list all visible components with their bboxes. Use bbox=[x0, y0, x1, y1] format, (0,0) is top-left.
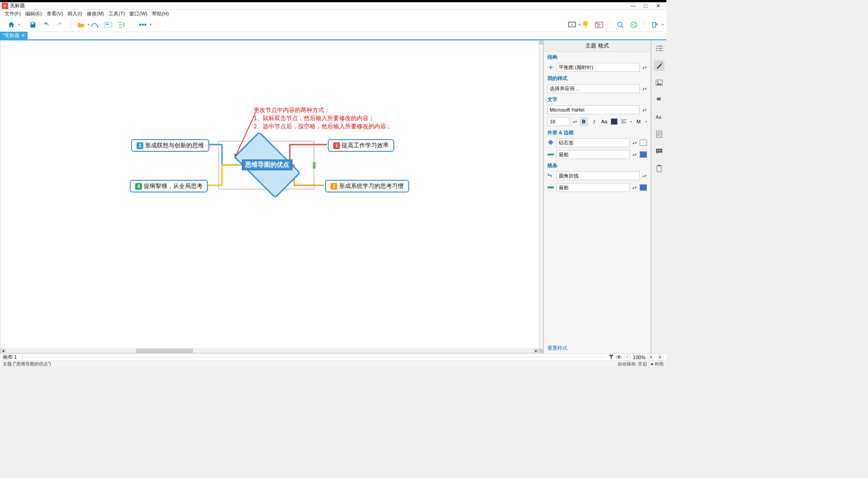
diamond-shape-icon bbox=[547, 139, 554, 147]
font-size-select[interactable]: 18 bbox=[547, 117, 570, 126]
home-button[interactable]: ▾ bbox=[6, 20, 16, 30]
menu-tools[interactable]: 工具(T) bbox=[107, 10, 127, 17]
topic-node-3[interactable]: 3 形成联想与创新的思维 bbox=[131, 139, 209, 152]
stepper-icon[interactable]: ▴▾ bbox=[632, 154, 637, 156]
task-tab[interactable] bbox=[654, 163, 665, 174]
notes-tab[interactable] bbox=[654, 129, 665, 140]
menu-modify[interactable]: 修改(M) bbox=[85, 10, 106, 17]
outline-tab[interactable] bbox=[654, 43, 665, 54]
zoom-in-button[interactable]: + bbox=[647, 354, 655, 361]
canvas-area[interactable]: 更改节点中内容的两种方式： 1、鼠标双击节点，然后输入所要修改的内容； 2、选中… bbox=[0, 40, 543, 353]
idea-button[interactable] bbox=[580, 20, 590, 30]
menu-file[interactable]: 文件(F) bbox=[3, 10, 23, 17]
topic-node-1[interactable]: 1 提高工作学习效率 bbox=[328, 139, 394, 152]
scroll-right-button[interactable]: ▸ bbox=[533, 348, 539, 353]
text-style-icon: Aa bbox=[656, 114, 663, 120]
topic-node-2[interactable]: 2 形成系统学习的思考习惯 bbox=[325, 180, 409, 192]
window-close-button[interactable]: ✕ bbox=[652, 3, 665, 9]
svg-text:Aa: Aa bbox=[656, 115, 661, 120]
font-family-select[interactable]: Microsoft YaHei bbox=[547, 105, 640, 114]
center-topic-label[interactable]: 思维导图的优点 bbox=[242, 159, 292, 170]
gantt-button[interactable] bbox=[594, 20, 604, 30]
font-color-swatch[interactable] bbox=[611, 118, 618, 125]
mystyle-select[interactable]: 选择并应用 ... bbox=[547, 84, 640, 93]
manual-button[interactable]: M bbox=[635, 117, 642, 126]
presentation-button[interactable]: ▾ bbox=[567, 20, 577, 30]
italic-button[interactable]: I bbox=[590, 117, 598, 126]
relationship-button[interactable] bbox=[90, 20, 99, 30]
border-color-swatch[interactable] bbox=[640, 151, 647, 158]
bold-button[interactable]: B bbox=[580, 117, 588, 126]
scroll-down-button[interactable] bbox=[539, 349, 543, 353]
align-icon bbox=[621, 119, 627, 124]
window-minimize-button[interactable]: — bbox=[627, 3, 639, 9]
text-style-tab[interactable]: Aa bbox=[654, 112, 665, 122]
dropdown-arrow-icon[interactable]: ▾ bbox=[645, 120, 647, 124]
sheet-tab[interactable]: 画布 1 bbox=[0, 354, 23, 361]
menu-window[interactable]: 窗口(W) bbox=[127, 10, 149, 17]
selection-handle[interactable] bbox=[313, 162, 316, 169]
boundary-icon bbox=[104, 22, 112, 28]
stepper-icon[interactable]: ▴▾ bbox=[632, 187, 637, 189]
textcase-button[interactable]: Aa bbox=[600, 117, 608, 126]
border-width-select[interactable]: 最粗 bbox=[557, 150, 630, 159]
scroll-thumb[interactable] bbox=[136, 348, 193, 353]
format-tab[interactable] bbox=[654, 60, 665, 71]
image-tab[interactable] bbox=[654, 77, 665, 88]
menu-insert[interactable]: 插入(I) bbox=[66, 10, 84, 17]
boundary-button[interactable] bbox=[103, 20, 113, 30]
structure-select[interactable]: 平衡图 (顺时针) bbox=[557, 63, 640, 72]
topic-node-4[interactable]: 4 提纲挈领，从全局思考 bbox=[130, 180, 208, 192]
menu-edit[interactable]: 编辑(E) bbox=[24, 10, 44, 17]
export-button[interactable]: ▾ bbox=[650, 20, 660, 30]
shape-select[interactable]: 钻石形 bbox=[557, 138, 630, 147]
reset-style-link[interactable]: 重置样式 bbox=[544, 343, 651, 353]
scroll-left-button[interactable]: ◂ bbox=[0, 348, 6, 353]
line-style-select[interactable]: 圆角折线 bbox=[557, 171, 640, 180]
comments-tab[interactable] bbox=[654, 146, 665, 157]
stepper-icon[interactable]: ▴▾ bbox=[632, 142, 637, 144]
svg-rect-13 bbox=[550, 66, 552, 68]
line-width-select[interactable]: 最粗 bbox=[557, 183, 630, 192]
folder-button[interactable]: ▾ bbox=[76, 20, 86, 30]
stepper-icon[interactable]: ▴▾ bbox=[642, 109, 647, 111]
outline-icon bbox=[656, 45, 663, 52]
vertical-scrollbar[interactable] bbox=[539, 40, 543, 353]
visibility-button[interactable] bbox=[616, 355, 622, 360]
section-line: 线条 bbox=[544, 160, 651, 170]
main-area: 更改节点中内容的两种方式： 1、鼠标双击节点，然后输入所要修改的内容； 2、选中… bbox=[0, 40, 666, 353]
toolbar-separator bbox=[70, 20, 71, 29]
save-button[interactable] bbox=[28, 20, 38, 30]
toolbar: ▾ ▾ •••▾ ▾ bbox=[0, 18, 666, 32]
canvas[interactable]: 更改节点中内容的两种方式： 1、鼠标双击节点，然后输入所要修改的内容； 2、选中… bbox=[0, 40, 539, 353]
stepper-icon[interactable]: ▴▾ bbox=[642, 175, 647, 177]
stepper-icon[interactable]: ▴▾ bbox=[642, 88, 647, 90]
center-topic[interactable]: 思维导图的优点 bbox=[222, 140, 312, 190]
stepper-icon[interactable]: ▴▾ bbox=[642, 66, 647, 69]
stepper-icon[interactable]: ▴▾ bbox=[573, 121, 577, 123]
search-button[interactable] bbox=[615, 20, 625, 30]
zoom-fit-button[interactable]: ≡ bbox=[656, 354, 664, 361]
line-color-swatch[interactable] bbox=[640, 184, 647, 191]
more-button[interactable]: •••▾ bbox=[138, 20, 148, 30]
redo-button[interactable] bbox=[55, 20, 65, 30]
filter-button[interactable] bbox=[609, 354, 614, 361]
document-tab-close[interactable]: ✕ bbox=[21, 33, 25, 38]
window-maximize-button[interactable]: □ bbox=[639, 3, 652, 9]
panel-title: 主题 格式 bbox=[544, 40, 651, 52]
sheet-bar: 画布 1 − 100% + ≡ bbox=[0, 353, 666, 361]
share-button[interactable] bbox=[629, 20, 639, 30]
document-tab[interactable]: *无标题 ✕ bbox=[0, 32, 28, 39]
marker-tab[interactable] bbox=[654, 94, 665, 105]
scroll-up-button[interactable] bbox=[539, 40, 543, 45]
menu-view[interactable]: 查看(V) bbox=[45, 10, 65, 17]
dropdown-arrow-icon[interactable]: ▾ bbox=[630, 120, 632, 124]
menu-help[interactable]: 帮助(H) bbox=[150, 10, 170, 17]
undo-button[interactable] bbox=[41, 20, 51, 30]
shape-fill-swatch[interactable] bbox=[640, 140, 647, 146]
summary-button[interactable] bbox=[117, 20, 127, 30]
zoom-out-button[interactable]: − bbox=[624, 354, 631, 361]
horizontal-scrollbar[interactable]: ◂ ▸ bbox=[0, 348, 539, 353]
window-title: 无标题 bbox=[10, 2, 25, 9]
align-button[interactable] bbox=[620, 117, 628, 126]
